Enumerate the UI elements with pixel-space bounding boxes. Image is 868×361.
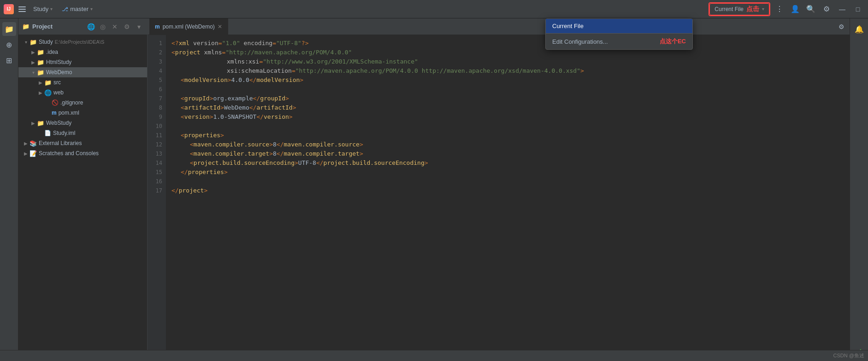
scrollbar-gutter [844, 35, 850, 361]
code-editor: 12345 678910 1112131415 1617 <?xml versi… [148, 35, 850, 361]
settings-button[interactable]: ⚙ [820, 3, 833, 16]
code-line-10 [171, 122, 838, 131]
tree-path-study: E:\IdeProjects\IDEA\S [55, 39, 105, 45]
panel-gear-icon[interactable]: ⚙ [122, 22, 131, 31]
branch-selector[interactable]: ⎇ master ▾ [59, 5, 95, 13]
folder-icon-scratches: 📝 [30, 150, 37, 157]
project-chevron: ▾ [50, 6, 53, 12]
more-options-button[interactable]: ⋮ [773, 3, 786, 16]
tree-item-htmlstudy[interactable]: ▶ 📁 HtmlStudy [18, 57, 147, 67]
app-logo: IJ [4, 4, 14, 14]
panel-browser-icon[interactable]: 🌐 [86, 22, 95, 31]
code-line-7: <groupId>org.example</groupId> [171, 94, 838, 103]
tree-arrow-htmlstudy: ▶ [30, 60, 37, 65]
tree-item-webstudy[interactable]: ▶ 📁 WebStudy [18, 118, 147, 128]
tree-item-study[interactable]: ▾ 📁 Study E:\IdeProjects\IDEA\S [18, 37, 147, 47]
project-panel: 📁 Project 🌐 ◎ ✕ ⚙ ▾ ▾ 📁 Study E:\IdeProj… [18, 18, 148, 361]
tree-label-study: Study [39, 39, 53, 45]
code-line-2: <project xmlns="http://maven.apache.org/… [171, 48, 838, 57]
run-config-chevron: ▾ [762, 6, 764, 12]
code-line-8: <artifactId>WebDemo</artifactId> [171, 103, 838, 112]
tree-arrow-src: ▶ [37, 80, 44, 85]
tree-label-pom: pom.xml [59, 110, 79, 116]
tree-item-web[interactable]: ▶ 🌐 web [18, 87, 147, 98]
dropdown-item-edit-config[interactable]: Edit Configurations... 点这个EC [546, 34, 692, 49]
sidebar-icon-vcs[interactable]: ⊕ [2, 38, 16, 52]
tree-label-extlib: External Libraries [39, 140, 82, 146]
code-line-3: xmlns:xsi="http://www.w3.org/2001/XMLSch… [171, 57, 838, 66]
sidebar-icon-structure[interactable]: ⊞ [2, 53, 16, 67]
tab-label-pom: pom.xml (WebDemo) [163, 23, 215, 30]
run-config-label: Current File [714, 6, 744, 12]
editor-tabs-right: ⚙ [835, 20, 848, 33]
tree-item-extlib[interactable]: ▶ 📚 External Libraries [18, 138, 147, 148]
search-button[interactable]: 🔍 [804, 3, 817, 16]
tree-label-webdemo: WebDemo [46, 69, 72, 76]
file-icon-studyiml: 📄 [44, 130, 51, 136]
folder-icon-webdemo: 📁 [37, 69, 44, 76]
main-layout: 📁 ⊕ ⊞ ··· 📁 Project 🌐 ◎ ✕ ⚙ ▾ ▾ 📁 Study … [0, 18, 868, 361]
code-line-14: <project.build.sourceEncoding>UTF-8</pro… [171, 158, 838, 168]
run-config-button[interactable]: Current File 点击 ▾ [709, 3, 769, 15]
tree-arrow-idea: ▶ [30, 50, 37, 55]
tab-settings-icon[interactable]: ⚙ [835, 20, 848, 33]
tree-arrow-scratches: ▶ [22, 151, 30, 156]
tree-label-scratches: Scratches and Consoles [39, 150, 99, 157]
tree-label-htmlstudy: HtmlStudy [46, 59, 71, 65]
editor-area: m pom.xml (WebDemo) ✕ ⚙ 12345 678910 111… [148, 18, 850, 361]
tree-arrow-extlib: ▶ [22, 141, 30, 146]
code-line-12: <maven.compiler.source>8</maven.compiler… [171, 140, 838, 149]
tree-item-studyiml[interactable]: 📄 Study.iml [18, 128, 147, 138]
status-credit: CSDN @鱼述 [833, 352, 864, 359]
folder-icon-extlib: 📚 [30, 140, 37, 147]
panel-locate-icon[interactable]: ◎ [98, 22, 107, 31]
folder-icon-study: 📁 [30, 39, 37, 46]
panel-collapse-icon[interactable]: ▾ [134, 22, 143, 31]
project-selector[interactable]: Study ▾ [30, 5, 55, 13]
code-line-17: </project> [171, 186, 838, 195]
tree-arrow-webdemo: ▾ [30, 70, 37, 75]
code-line-9: <version>1.0-SNAPSHOT</version> [171, 112, 838, 122]
account-icon[interactable]: 👤 [789, 3, 802, 16]
minimize-button[interactable]: — [836, 3, 849, 16]
maximize-button[interactable]: □ [851, 3, 864, 16]
tree-label-webstudy: WebStudy [46, 120, 71, 126]
panel-close-icon[interactable]: ✕ [110, 22, 119, 31]
branch-name: master [70, 6, 89, 12]
tree-item-webdemo[interactable]: ▾ 📁 WebDemo [18, 67, 147, 77]
tree-label-gitignore: .gitignore [60, 99, 83, 106]
right-sidebar: 🔔 ✓ [850, 18, 868, 361]
code-line-13: <maven.compiler.target>8</maven.compiler… [171, 149, 838, 158]
file-icon-pom: m [52, 110, 57, 116]
title-bar: IJ Study ▾ ⎇ master ▾ Current File 点击 ▾ … [0, 0, 868, 18]
right-icon-notifications[interactable]: 🔔 [852, 22, 866, 36]
folder-icon-web: 🌐 [44, 89, 52, 96]
tab-close-pom[interactable]: ✕ [218, 23, 222, 30]
folder-icon-src: 📁 [44, 79, 52, 86]
tree-label-idea: .idea [46, 49, 58, 55]
edit-config-annotation: 点这个EC [660, 37, 686, 46]
code-line-15: </properties> [171, 168, 838, 177]
tree-item-pom[interactable]: m pom.xml [18, 108, 147, 118]
code-line-5: <modelVersion>4.0.0</modelVersion> [171, 76, 838, 85]
folder-icon: 📁 [22, 23, 30, 30]
code-line-1: <?xml version="1.0" encoding="UTF-8"?> [171, 39, 838, 48]
tree-label-web: web [53, 89, 64, 96]
tree-arrow-study: ▾ [22, 40, 30, 45]
tree-item-gitignore[interactable]: 🚫 .gitignore [18, 98, 147, 108]
tree-item-scratches[interactable]: ▶ 📝 Scratches and Consoles [18, 148, 147, 158]
editor-tab-pom[interactable]: m pom.xml (WebDemo) ✕ [149, 18, 228, 35]
code-content[interactable]: <?xml version="1.0" encoding="UTF-8"?> <… [166, 35, 844, 361]
folder-icon-idea: 📁 [37, 49, 44, 56]
left-sidebar: 📁 ⊕ ⊞ ··· [0, 18, 18, 361]
code-line-16 [171, 177, 838, 186]
hamburger-menu[interactable] [18, 5, 27, 14]
dropdown-item-label-edit: Edit Configurations... [552, 38, 608, 45]
tree-item-idea[interactable]: ▶ 📁 .idea [18, 47, 147, 57]
dropdown-item-current-file[interactable]: Current File [546, 19, 692, 33]
sidebar-icon-project[interactable]: 📁 [2, 22, 16, 36]
tree-item-src[interactable]: ▶ 📁 src [18, 77, 147, 87]
code-line-4: xsi:schemaLocation="http://maven.apache.… [171, 66, 838, 76]
code-line-11: <properties> [171, 131, 838, 140]
run-config-highlight: 点击 [746, 5, 759, 13]
